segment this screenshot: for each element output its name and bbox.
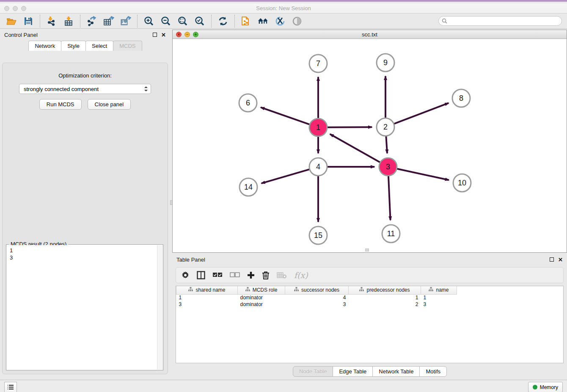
column-header-shared-name[interactable]: shared name — [176, 286, 238, 294]
table-cell[interactable]: 1 — [421, 294, 457, 301]
result-scrollbar[interactable] — [157, 245, 162, 370]
list-icon — [7, 384, 14, 390]
optimization-criterion-select[interactable]: strongly connected component — [19, 84, 151, 94]
column-header-name[interactable]: name — [421, 286, 457, 294]
search-input[interactable] — [447, 17, 561, 25]
graph-node-6[interactable]: 6 — [239, 94, 257, 112]
node-label: 11 — [387, 229, 395, 238]
run-mcds-button[interactable]: Run MCDS — [39, 99, 82, 110]
graph-node-10[interactable]: 10 — [453, 174, 471, 192]
table-cell[interactable]: 1 — [349, 294, 421, 301]
search-icon — [442, 18, 447, 24]
table-panel: Table Panel ✕ — [172, 254, 567, 379]
graph-node-2[interactable]: 2 — [377, 118, 394, 136]
zoom-out-icon[interactable] — [160, 16, 171, 27]
float-table-panel-icon[interactable] — [550, 257, 554, 262]
new-network-from-selection-icon[interactable] — [241, 16, 252, 27]
optimization-criterion-label: Optimization criterion: — [3, 72, 168, 79]
edge-2-3[interactable] — [386, 136, 387, 153]
import-network-icon[interactable] — [46, 16, 57, 27]
tab-node-table[interactable]: Node Table — [293, 366, 333, 377]
graph-node-7[interactable]: 7 — [309, 55, 327, 72]
node-label: 7 — [316, 59, 320, 68]
mcds-result-text[interactable]: 13 — [7, 245, 157, 370]
deselect-all-icon[interactable] — [230, 272, 240, 278]
tab-mcds[interactable]: MCDS — [113, 41, 142, 51]
refresh-icon[interactable] — [217, 16, 228, 27]
edge-3-1[interactable] — [330, 134, 380, 163]
gear-icon[interactable] — [181, 271, 190, 279]
mcds-result-line: 1 — [10, 247, 157, 254]
table-row[interactable]: 1dominator411 — [176, 294, 462, 301]
edge-1-2[interactable] — [327, 127, 372, 127]
close-table-panel-icon[interactable]: ✕ — [558, 257, 563, 262]
add-column-icon[interactable] — [247, 271, 255, 279]
column-header-MCDS-role[interactable]: MCDS role — [238, 286, 285, 294]
tab-edge-table[interactable]: Edge Table — [333, 366, 373, 377]
table-cell[interactable]: dominator — [238, 301, 285, 308]
control-panel-title: Control Panel — [4, 32, 38, 38]
os-titlebar: Session: New Session — [0, 3, 567, 14]
tab-motifs[interactable]: Motifs — [419, 366, 447, 377]
close-panel-icon[interactable]: ✕ — [161, 32, 166, 38]
control-panel-tabs: Network Style Select MCDS — [0, 41, 170, 51]
column-header-successor-nodes[interactable]: successor nodes — [285, 286, 349, 294]
table-cell[interactable]: 4 — [285, 294, 349, 301]
graph-node-8[interactable]: 8 — [452, 89, 470, 107]
application-window: Session: New Session — [0, 0, 567, 392]
table-cell[interactable]: 2 — [349, 301, 421, 308]
graph-node-4[interactable]: 4 — [309, 158, 327, 176]
edge-2-8[interactable] — [394, 103, 449, 124]
session-title: Session: New Session — [0, 5, 567, 11]
save-session-icon[interactable] — [23, 16, 34, 27]
zoom-selected-icon[interactable] — [194, 16, 205, 27]
export-table-icon[interactable] — [103, 16, 114, 27]
import-table-icon[interactable] — [63, 16, 74, 27]
table-cell[interactable]: 3 — [176, 301, 238, 308]
network-canvas[interactable]: 7968124314101511 — [173, 39, 567, 252]
table-cell[interactable]: 3 — [421, 301, 457, 308]
hide-graphics-icon[interactable] — [292, 16, 303, 27]
search-field[interactable] — [438, 16, 562, 26]
edge-3-11[interactable] — [388, 176, 391, 220]
zoom-fit-icon[interactable] — [177, 16, 188, 27]
open-file-icon[interactable] — [6, 16, 17, 27]
tab-style[interactable]: Style — [61, 41, 86, 51]
network-window-titlebar[interactable]: × – + scc.txt — [173, 30, 567, 39]
first-neighbors-icon[interactable] — [258, 16, 269, 27]
table-cell[interactable]: 3 — [285, 301, 349, 308]
close-panel-button[interactable]: Close panel — [88, 99, 131, 110]
table-cell[interactable]: dominator — [238, 294, 285, 301]
graph-node-15[interactable]: 15 — [309, 226, 327, 244]
canvas-scroll-handle[interactable] — [365, 248, 369, 251]
memory-button[interactable]: Memory — [528, 382, 563, 392]
graph-node-14[interactable]: 14 — [239, 178, 257, 196]
float-panel-icon[interactable] — [153, 32, 157, 38]
zoom-in-icon[interactable] — [143, 16, 154, 27]
function-builder-icon[interactable]: f(x) — [294, 271, 308, 280]
column-header-predecessor-nodes[interactable]: predecessor nodes — [349, 286, 421, 294]
node-label: 2 — [383, 123, 388, 131]
graph-node-9[interactable]: 9 — [377, 54, 394, 72]
tab-select[interactable]: Select — [85, 41, 113, 51]
edge-1-6[interactable] — [261, 108, 310, 125]
network-window-title: scc.txt — [173, 31, 567, 38]
delete-icon[interactable] — [262, 271, 270, 279]
delete-table-icon[interactable] — [277, 271, 287, 279]
graph-node-1[interactable]: 1 — [309, 119, 327, 136]
tab-network[interactable]: Network — [28, 41, 61, 51]
graph-node-11[interactable]: 11 — [382, 225, 400, 243]
export-network-icon[interactable] — [86, 16, 97, 27]
edge-3-10[interactable] — [397, 168, 449, 180]
export-image-icon[interactable] — [120, 16, 131, 27]
select-all-icon[interactable] — [212, 272, 223, 278]
graph-node-3[interactable]: 3 — [379, 158, 397, 176]
table-row[interactable]: 3dominator323 — [176, 301, 462, 308]
split-columns-icon[interactable] — [197, 271, 205, 279]
task-history-button[interactable] — [4, 382, 17, 392]
node-label: 3 — [386, 163, 390, 171]
tab-network-table[interactable]: Network Table — [372, 366, 420, 377]
table-cell[interactable]: 1 — [176, 294, 238, 301]
edge-4-14[interactable] — [261, 169, 310, 183]
show-graphics-icon[interactable] — [275, 16, 286, 27]
